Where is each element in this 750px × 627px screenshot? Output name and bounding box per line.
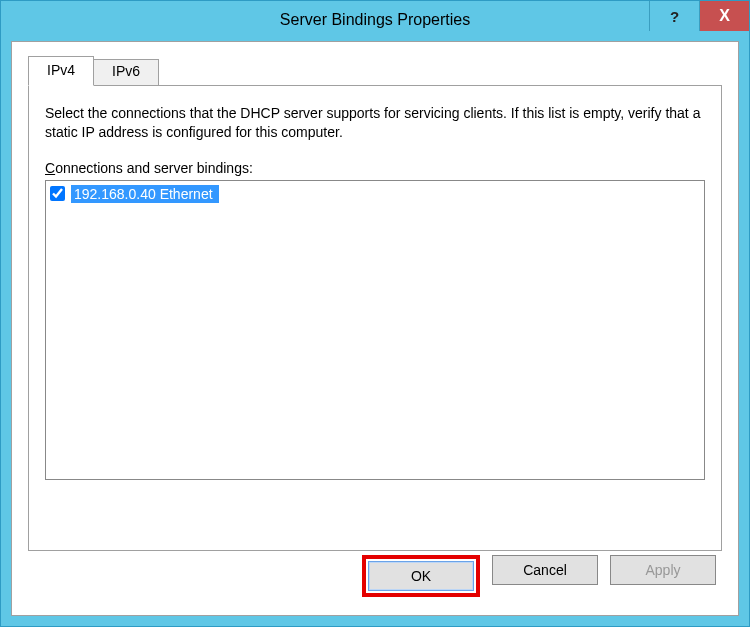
tab-panel-ipv4: Select the connections that the DHCP ser… (28, 85, 722, 551)
tab-strip: IPv4 IPv6 (28, 56, 722, 86)
tab-ipv4[interactable]: IPv4 (28, 56, 94, 86)
titlebar[interactable]: Server Bindings Properties ? X (1, 1, 749, 39)
cancel-button[interactable]: Cancel (492, 555, 598, 585)
list-label-accel: C (45, 160, 55, 176)
titlebar-title: Server Bindings Properties (1, 11, 749, 29)
apply-button: Apply (610, 555, 716, 585)
tab-container: IPv4 IPv6 Select the connections that th… (28, 56, 722, 551)
list-label-text: onnections and server bindings: (55, 160, 253, 176)
dialog-window: Server Bindings Properties ? X IPv4 IPv6… (0, 0, 750, 627)
list-label: Connections and server bindings: (45, 160, 705, 176)
list-item[interactable]: 192.168.0.40 Ethernet (48, 183, 702, 205)
ok-button[interactable]: OK (368, 561, 474, 591)
tab-ipv6[interactable]: IPv6 (93, 59, 159, 86)
ok-highlight: OK (362, 555, 480, 597)
instruction-text: Select the connections that the DHCP ser… (45, 104, 705, 142)
list-item-text: 192.168.0.40 Ethernet (71, 185, 219, 203)
client-area: IPv4 IPv6 Select the connections that th… (11, 41, 739, 616)
help-button[interactable]: ? (649, 1, 699, 31)
button-row: OK Cancel Apply (362, 555, 716, 597)
connections-listbox[interactable]: 192.168.0.40 Ethernet (45, 180, 705, 480)
close-button[interactable]: X (699, 1, 749, 31)
list-item-checkbox[interactable] (50, 186, 65, 201)
titlebar-buttons: ? X (649, 1, 749, 31)
